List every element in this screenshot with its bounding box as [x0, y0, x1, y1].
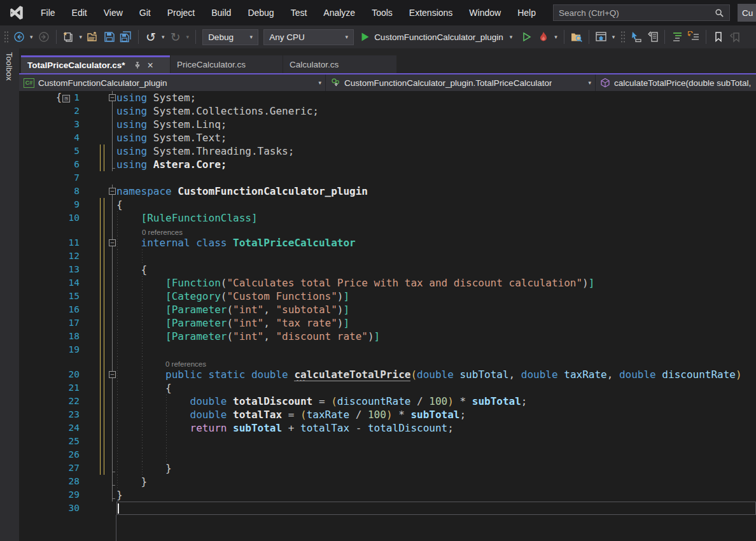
type-dropdown[interactable]: CustomFunctionCalculator_plugin.TotalPri…: [326, 74, 596, 91]
solution-explorer-dropdown-caret[interactable]: ▾: [610, 34, 617, 40]
line-number[interactable]: 6: [19, 158, 85, 171]
format-document-button[interactable]: [669, 29, 685, 45]
code-line[interactable]: 2using System.Collections.Generic;: [19, 104, 756, 118]
search-icon[interactable]: [715, 8, 724, 18]
undo-dropdown-caret[interactable]: ▾: [160, 34, 167, 40]
code-line[interactable]: 16 [Parameter("int", "subtotal")]: [19, 303, 756, 316]
codelens-references[interactable]: 0 references: [116, 356, 756, 368]
codelens-row[interactable]: 0 references: [19, 225, 756, 236]
solution-name-chip[interactable]: Cu: [738, 4, 756, 22]
outlining-margin[interactable]: [106, 118, 116, 131]
code-line[interactable]: 26: [19, 448, 756, 461]
line-number[interactable]: 8: [19, 185, 85, 198]
sync-with-active-document-button[interactable]: [628, 29, 643, 45]
line-number[interactable]: 4: [19, 131, 85, 144]
toolbox-tab-label[interactable]: Toolbox: [4, 52, 14, 81]
line-number[interactable]: 26: [19, 448, 85, 461]
outlining-margin[interactable]: –: [106, 185, 116, 198]
line-number[interactable]: 21: [19, 381, 85, 395]
outlining-margin[interactable]: [106, 448, 116, 461]
code-line[interactable]: 11– internal class TotalPriceCalculator: [19, 236, 756, 249]
code-line[interactable]: 12: [19, 249, 756, 263]
line-number[interactable]: 11: [19, 236, 85, 249]
line-number[interactable]: 1: [19, 91, 85, 104]
code-line[interactable]: 29}: [19, 488, 756, 502]
code-line[interactable]: 4using System.Text;: [19, 131, 756, 144]
line-number[interactable]: 23: [19, 408, 85, 421]
outlining-margin[interactable]: [106, 381, 116, 395]
solution-platform-dropdown[interactable]: Any CPU ▾: [263, 29, 354, 45]
menu-item-debug[interactable]: Debug: [239, 0, 282, 25]
line-number[interactable]: 24: [19, 421, 85, 435]
outlining-margin[interactable]: [106, 316, 116, 330]
toolbox-side-strip[interactable]: Toolbox: [0, 48, 19, 541]
outlining-margin[interactable]: [106, 330, 116, 343]
toolbar-grip-handle[interactable]: [620, 30, 625, 44]
solution-configuration-dropdown[interactable]: Debug ▾: [202, 29, 258, 45]
code-line[interactable]: 8–namespace CustomFunctionCalculator_plu…: [19, 185, 756, 198]
codelens-references[interactable]: 0 references: [116, 225, 756, 236]
code-line[interactable]: 25: [19, 435, 756, 448]
line-number[interactable]: 14: [19, 276, 85, 290]
line-number[interactable]: [19, 356, 85, 368]
code-line[interactable]: 10 [RuleFunctionClass]: [19, 211, 756, 225]
hot-reload-dropdown-caret[interactable]: ▾: [552, 34, 559, 40]
navigate-back-button[interactable]: [11, 29, 27, 45]
start-dropdown-caret[interactable]: ▾: [508, 34, 515, 40]
line-number[interactable]: 18: [19, 330, 85, 343]
outlining-margin[interactable]: [106, 276, 116, 290]
code-line[interactable]: 21 {: [19, 381, 756, 395]
outlining-margin[interactable]: [106, 435, 116, 448]
code-line[interactable]: 14 [Function("Calculates total Price wit…: [19, 276, 756, 290]
redo-button-disabled[interactable]: ↻: [168, 29, 183, 45]
code-line[interactable]: 7: [19, 171, 756, 185]
outlining-margin[interactable]: [106, 158, 116, 171]
line-number[interactable]: [19, 225, 85, 236]
outlining-margin[interactable]: [106, 104, 116, 118]
outlining-margin[interactable]: [106, 356, 116, 368]
save-all-button[interactable]: [118, 29, 134, 45]
line-number[interactable]: 17: [19, 316, 85, 330]
line-number[interactable]: 13: [19, 263, 85, 276]
navigate-document-outline-button[interactable]: [645, 29, 660, 45]
hot-reload-button[interactable]: [536, 29, 551, 45]
code-line[interactable]: 9{: [19, 198, 756, 211]
format-selection-button[interactable]: [686, 29, 701, 45]
navigate-back-dropdown-caret[interactable]: ▾: [28, 34, 35, 40]
outlining-margin[interactable]: [106, 502, 116, 515]
code-line[interactable]: 28 }: [19, 475, 756, 488]
toolbar-grip-handle[interactable]: [3, 30, 8, 44]
code-line[interactable]: 13 {: [19, 263, 756, 276]
outlining-margin[interactable]: [106, 421, 116, 435]
undo-button[interactable]: ↺: [143, 29, 158, 45]
code-line[interactable]: 18 [Parameter("int", "discount rate")]: [19, 330, 756, 343]
line-number[interactable]: 5: [19, 144, 85, 158]
line-number[interactable]: 28: [19, 475, 85, 488]
new-item-dropdown-caret[interactable]: ▾: [78, 34, 85, 40]
code-editor[interactable]: {◳ 1–using System;2using System.Collecti…: [19, 91, 756, 541]
open-file-button[interactable]: [85, 29, 101, 45]
line-number[interactable]: 29: [19, 488, 85, 502]
save-button[interactable]: [102, 29, 117, 45]
outlining-margin[interactable]: [106, 475, 116, 488]
outlining-margin[interactable]: [106, 225, 116, 236]
menu-item-extensions[interactable]: Extensions: [401, 0, 461, 25]
menu-item-help[interactable]: Help: [509, 0, 544, 25]
code-line[interactable]: 17 [Parameter("int", "tax rate")]: [19, 316, 756, 330]
line-number[interactable]: 30: [19, 502, 85, 515]
outlining-margin[interactable]: [106, 343, 116, 356]
redo-dropdown-caret[interactable]: ▾: [185, 34, 192, 40]
outlining-margin[interactable]: [106, 290, 116, 303]
menu-item-edit[interactable]: Edit: [64, 0, 95, 25]
document-tab[interactable]: TotalPriceCalculator.cs*×: [21, 55, 170, 73]
document-tab[interactable]: Calculator.cs: [283, 55, 396, 73]
code-line[interactable]: 23 double totalTax = (taxRate / 100) * s…: [19, 408, 756, 421]
collapse-region-icon[interactable]: –: [109, 94, 116, 101]
solution-explorer-home-button[interactable]: [594, 29, 609, 45]
line-number[interactable]: 2: [19, 104, 85, 118]
outlining-margin[interactable]: [106, 263, 116, 276]
line-number[interactable]: 16: [19, 303, 85, 316]
quick-search-box[interactable]: Search (Ctrl+Q): [553, 4, 730, 21]
menu-item-build[interactable]: Build: [203, 0, 239, 25]
line-number[interactable]: 20: [19, 368, 85, 381]
